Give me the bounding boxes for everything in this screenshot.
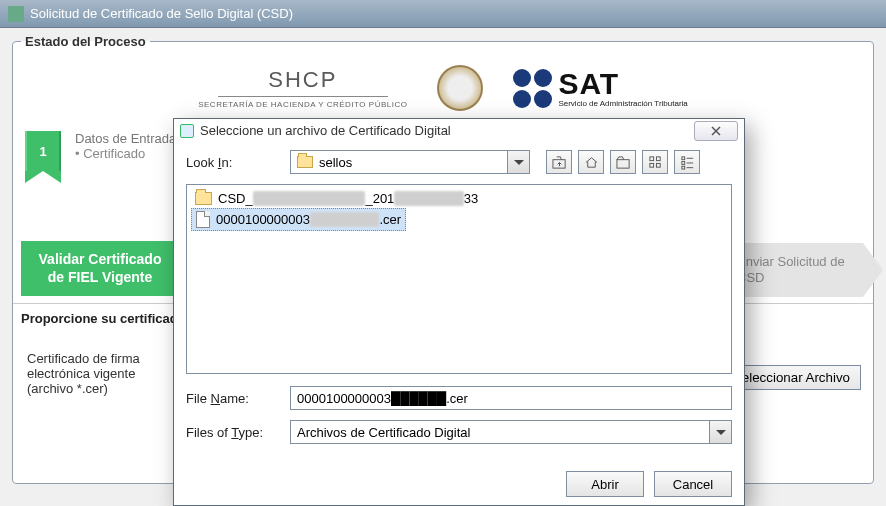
folder-up-icon	[552, 155, 567, 170]
svg-rect-3	[656, 156, 660, 160]
sat-big: SAT	[558, 69, 687, 99]
step-1-line2: Certificado	[75, 146, 176, 161]
step-1-description: Datos de Entrada Certificado	[75, 131, 176, 161]
home-icon	[584, 155, 599, 170]
dialog-titlebar: Seleccione un archivo de Certificado Dig…	[174, 119, 744, 144]
up-one-level-button[interactable]	[546, 150, 572, 174]
file-chooser-dialog: Seleccione un archivo de Certificado Dig…	[173, 118, 745, 506]
step-1-badge: 1	[25, 131, 61, 171]
svg-rect-4	[649, 163, 653, 167]
app-icon	[8, 6, 24, 22]
svg-rect-8	[681, 161, 684, 164]
folder-icon	[195, 192, 212, 205]
filename-input[interactable]	[290, 386, 732, 410]
main-window-title: Solicitud de Certificado de Sello Digita…	[30, 6, 293, 21]
shcp-small: SECRETARÍA DE HACIENDA Y CRÉDITO PÚBLICO	[198, 100, 407, 109]
details-view-icon	[680, 155, 695, 170]
logos-bar: SHCP SECRETARÍA DE HACIENDA Y CRÉDITO PÚ…	[21, 65, 865, 111]
cancel-button[interactable]: Cancel	[654, 471, 732, 497]
svg-rect-10	[681, 166, 684, 169]
filetype-label: Files of Type:	[186, 425, 282, 440]
enviar-solicitud-step: Enviar Solicitud de CSD	[727, 243, 863, 297]
folder-name: CSD_XXXXXXXXXXXXX_201XXXXXXXX33	[218, 191, 478, 206]
filetype-dropdown[interactable]: Archivos de Certificado Digital	[290, 420, 732, 444]
close-icon	[711, 126, 721, 136]
cert-file-label: Certificado de firma electrónica vigente…	[27, 351, 140, 396]
validar-certificado-button[interactable]: Validar Certificado de FIEL Vigente	[21, 241, 179, 296]
svg-rect-2	[649, 156, 653, 160]
list-item[interactable]: CSD_XXXXXXXXXXXXX_201XXXXXXXX33	[191, 189, 482, 208]
list-view-icon	[648, 155, 663, 170]
chevron-down-icon	[709, 421, 731, 443]
filename-label: File Name:	[186, 391, 282, 406]
file-list-pane[interactable]: CSD_XXXXXXXXXXXXX_201XXXXXXXX33 00001000…	[186, 184, 732, 374]
svg-rect-6	[681, 156, 684, 159]
details-view-button[interactable]	[674, 150, 700, 174]
shcp-big: SHCP	[198, 67, 407, 93]
list-view-button[interactable]	[642, 150, 668, 174]
dialog-title: Seleccione un archivo de Certificado Dig…	[200, 123, 451, 138]
shcp-logo: SHCP SECRETARÍA DE HACIENDA Y CRÉDITO PÚ…	[198, 67, 407, 109]
sat-logo: SAT Servicio de Administración Tributari…	[513, 69, 687, 108]
filetype-value: Archivos de Certificado Digital	[297, 425, 470, 440]
java-cup-icon	[180, 124, 194, 138]
step-1-line1: Datos de Entrada	[75, 131, 176, 146]
svg-rect-1	[616, 159, 628, 167]
look-in-label: Look In:	[186, 155, 282, 170]
estado-legend: Estado del Proceso	[21, 34, 150, 49]
file-name: 0000100000003XXXXXXXX.cer	[216, 212, 401, 227]
folder-icon	[297, 156, 313, 168]
sat-small: Servicio de Administración Tributaria	[558, 99, 687, 108]
main-window-titlebar: Solicitud de Certificado de Sello Digita…	[0, 0, 886, 28]
look-in-dropdown[interactable]: sellos	[290, 150, 530, 174]
svg-rect-5	[656, 163, 660, 167]
new-folder-button[interactable]	[610, 150, 636, 174]
look-in-value: sellos	[319, 155, 352, 170]
home-button[interactable]	[578, 150, 604, 174]
proporcione-label: Proporcione su certificado	[21, 311, 186, 326]
national-seal-icon	[437, 65, 483, 111]
dialog-close-button[interactable]	[694, 121, 738, 141]
open-button[interactable]: Abrir	[566, 471, 644, 497]
list-item[interactable]: 0000100000003XXXXXXXX.cer	[191, 208, 406, 231]
file-icon	[196, 211, 210, 228]
new-folder-icon	[616, 155, 631, 170]
chevron-down-icon	[507, 151, 529, 173]
